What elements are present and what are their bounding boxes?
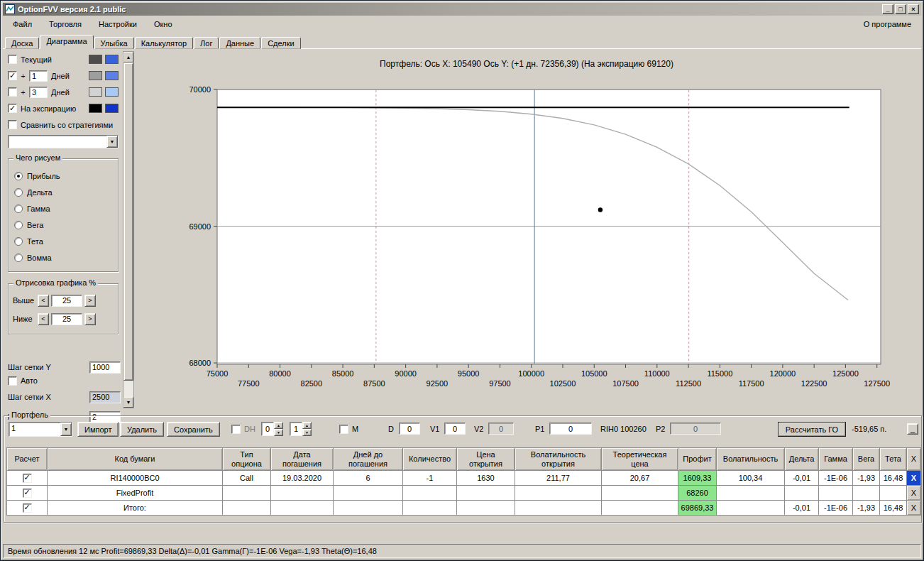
save-button[interactable]: Сохранить xyxy=(167,422,220,437)
menu-about[interactable]: О программе xyxy=(858,18,917,30)
d-input[interactable] xyxy=(399,423,420,435)
above-decrease-button[interactable]: < xyxy=(38,295,49,307)
cell-days-left[interactable]: 6 xyxy=(334,471,403,486)
col-calc[interactable]: Расчет xyxy=(7,448,48,471)
above-percent-input[interactable] xyxy=(51,295,82,307)
menu-settings[interactable]: Настройки xyxy=(93,18,143,30)
minimize-icon[interactable]: _ xyxy=(882,4,893,14)
tab-calculator[interactable]: Калькулятор xyxy=(135,37,193,49)
menu-trading[interactable]: Торговля xyxy=(43,18,87,30)
menu-window[interactable]: Окно xyxy=(148,18,178,30)
import-button[interactable]: Импорт xyxy=(77,422,119,437)
cell-code[interactable]: FixedProfit xyxy=(48,486,223,501)
strategy-dropdown[interactable]: ▼ xyxy=(8,135,119,148)
spin-down-icon[interactable]: ▼ xyxy=(274,429,283,436)
dh-checkbox[interactable]: ✓ xyxy=(231,425,241,434)
v2-input[interactable] xyxy=(488,423,514,435)
cell-theor-price[interactable]: 20,67 xyxy=(602,471,678,486)
above-increase-button[interactable]: > xyxy=(84,295,96,307)
plus3-checkbox[interactable]: ✓ xyxy=(8,87,17,97)
cell-open-volatility[interactable]: 211,77 xyxy=(515,471,602,486)
grid-step-y-input[interactable] xyxy=(89,361,121,374)
gamma-radio[interactable] xyxy=(14,205,23,213)
col-theta[interactable]: Тета xyxy=(880,448,907,471)
cell-quantity[interactable]: -1 xyxy=(403,471,457,486)
current-color2-swatch[interactable] xyxy=(105,55,119,64)
tab-board[interactable]: Доска xyxy=(5,37,39,49)
compare-strategies-checkbox[interactable]: ✓ xyxy=(8,120,17,129)
maximize-icon[interactable]: □ xyxy=(895,4,906,14)
title-bar[interactable]: OptionFVV версия 2.1 public _ □ × xyxy=(3,3,921,16)
p2-input[interactable] xyxy=(670,423,721,435)
tab-diagram[interactable]: Диаграмма xyxy=(40,35,93,49)
col-close[interactable]: X xyxy=(907,448,921,471)
scrollbar-thumb[interactable] xyxy=(123,62,133,381)
plus1-days-input[interactable] xyxy=(29,70,48,82)
below-decrease-button[interactable]: < xyxy=(38,313,49,325)
calculate-go-button[interactable]: Рассчитать ГО xyxy=(778,422,846,437)
cell-expiry-date[interactable]: 19.03.2020 xyxy=(271,471,334,486)
portfolio-selector[interactable]: 1 ▼ xyxy=(9,422,72,437)
plus1-checkbox[interactable]: ✓ xyxy=(8,71,17,80)
expiration-color2-swatch[interactable] xyxy=(105,104,119,113)
below-percent-input[interactable] xyxy=(51,313,82,325)
cell-theta[interactable]: 16,48 xyxy=(880,471,907,486)
col-gamma[interactable]: Гамма xyxy=(819,448,853,471)
delete-button[interactable]: Удалить xyxy=(120,422,164,437)
tab-log[interactable]: Лог xyxy=(194,37,219,49)
row-calc-checkbox[interactable]: ✓ xyxy=(23,503,32,513)
current-checkbox[interactable]: ✓ xyxy=(8,55,17,64)
cell-volatility[interactable]: 100,34 xyxy=(717,471,785,486)
v1-input[interactable] xyxy=(444,423,466,435)
col-days-left[interactable]: Дней до погашения xyxy=(334,448,403,471)
cell-vega[interactable]: -1,93 xyxy=(853,471,880,486)
auto-checkbox[interactable]: ✓ xyxy=(8,376,17,386)
vega-radio[interactable] xyxy=(14,221,23,229)
row-calc-checkbox[interactable]: ✓ xyxy=(23,474,32,483)
tab-smile[interactable]: Улыбка xyxy=(94,37,134,49)
profit-radio[interactable] xyxy=(14,172,23,180)
plus3-color1-swatch[interactable] xyxy=(89,87,102,97)
p1-input[interactable] xyxy=(549,423,592,435)
chart-canvas[interactable]: 7000069000680007500080000850009000095000… xyxy=(133,49,920,413)
plus1-color2-swatch[interactable] xyxy=(105,71,119,80)
col-theor-price[interactable]: Теоретическая цена xyxy=(602,448,678,471)
col-code[interactable]: Код бумаги xyxy=(48,448,223,471)
grid-step-x-input[interactable] xyxy=(89,391,121,403)
tab-data[interactable]: Данные xyxy=(219,37,260,49)
col-profit[interactable]: Профит xyxy=(678,448,717,471)
col-open-volatility[interactable]: Волатильность открытия xyxy=(515,448,602,471)
theta-radio[interactable] xyxy=(14,237,23,246)
collapse-panel-button[interactable]: _ xyxy=(907,423,918,435)
cell-delta[interactable]: -0,01 xyxy=(785,471,819,486)
cell-profit[interactable]: 68260 xyxy=(678,486,717,501)
row-calc-checkbox[interactable]: ✓ xyxy=(23,489,32,498)
cell-option-type[interactable]: Call xyxy=(223,471,271,486)
spin-up-icon[interactable]: ▲ xyxy=(274,422,283,429)
plus3-days-input[interactable] xyxy=(29,87,48,98)
below-increase-button[interactable]: > xyxy=(84,313,96,325)
dh-spinner2-input[interactable] xyxy=(290,422,302,436)
menu-file[interactable]: Файл xyxy=(7,18,38,30)
cell-open-price[interactable]: 1630 xyxy=(457,471,515,486)
row-close-button[interactable]: X xyxy=(907,471,921,486)
m-checkbox[interactable]: ✓ xyxy=(339,425,348,434)
col-delta[interactable]: Дельта xyxy=(785,448,819,471)
delta-radio[interactable] xyxy=(14,188,23,197)
row-close-button[interactable]: X xyxy=(907,486,921,501)
cell-profit[interactable]: 1609,33 xyxy=(678,471,717,486)
chevron-down-icon[interactable]: ▼ xyxy=(60,423,72,436)
tab-deals[interactable]: Сделки xyxy=(261,37,301,49)
col-open-price[interactable]: Цена открытия xyxy=(457,448,515,471)
col-quantity[interactable]: Количество xyxy=(403,448,457,471)
chevron-down-icon[interactable]: ▼ xyxy=(106,136,118,148)
row-close-button[interactable]: X xyxy=(907,501,921,516)
spin-down-icon[interactable]: ▼ xyxy=(302,429,312,436)
expiration-checkbox[interactable]: ✓ xyxy=(8,104,17,113)
col-vega[interactable]: Вега xyxy=(853,448,880,471)
scroll-up-icon[interactable]: ▲ xyxy=(123,52,133,62)
plus3-color2-swatch[interactable] xyxy=(105,87,119,97)
cell-code[interactable]: RI140000BC0 xyxy=(48,471,223,486)
current-color1-swatch[interactable] xyxy=(89,55,102,64)
cell-gamma[interactable]: -1E-06 xyxy=(819,471,853,486)
